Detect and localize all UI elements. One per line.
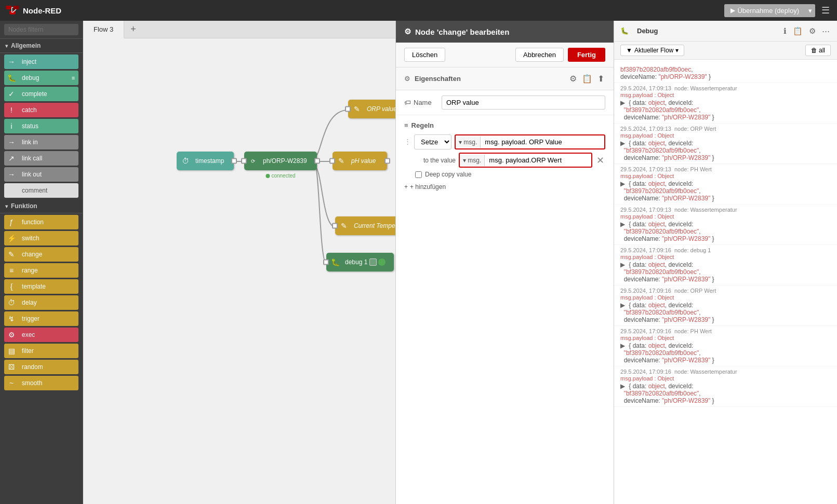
props-export-button[interactable]: ⬆: [596, 73, 605, 85]
sidebar-item-label: exec: [19, 331, 78, 338]
canvas-node-debug1[interactable]: 🐛 debug 1: [326, 253, 394, 271]
sidebar-section-funktion[interactable]: ▾ Funktion: [0, 199, 83, 213]
catch-icon: !: [4, 103, 19, 117]
canvas-node-timestamp[interactable]: ⏱ timestamp: [177, 152, 234, 170]
rule-field1-input[interactable]: [481, 135, 604, 148]
expand-icon[interactable]: ▶: [620, 383, 625, 390]
deploy-button[interactable]: ▶ Übernahme (deploy): [724, 4, 805, 17]
delete-button[interactable]: Löschen: [404, 48, 445, 62]
chevron-down-icon: ▾: [5, 203, 8, 209]
name-row: 🏷 Name: [396, 90, 614, 115]
deep-copy-checkbox[interactable]: [415, 171, 422, 178]
sidebar-item-catch[interactable]: ! catch: [4, 103, 78, 117]
canvas-node-orp-value[interactable]: ✎ ORP value: [348, 100, 395, 118]
debug-message-1[interactable]: 29.5.2024, 17:09:13 node: Wassertemperat…: [614, 83, 837, 124]
debug-info-button[interactable]: ℹ: [782, 25, 788, 37]
properties-section: ⚙ Eigenschaften ⚙ 📋 ⬆: [396, 67, 614, 90]
debug-msg-body: ▶ { data: object, deviceId: "bf3897b2082…: [620, 342, 831, 364]
props-settings-button[interactable]: ⚙: [568, 73, 578, 85]
sidebar-item-linkcall[interactable]: ↗ link call: [4, 151, 78, 166]
port-left: [241, 158, 247, 164]
canvas-node-ph-value[interactable]: ✎ pH value: [333, 152, 387, 170]
flow-tab-add-button[interactable]: +: [124, 21, 142, 38]
add-rule-button[interactable]: + + hinzufügen: [404, 183, 446, 190]
sidebar-item-trigger[interactable]: ↯ trigger: [4, 311, 78, 326]
name-input[interactable]: [442, 96, 605, 110]
template-icon: {: [4, 279, 19, 294]
sidebar-item-label: comment: [19, 187, 78, 194]
props-copy-button[interactable]: 📋: [581, 73, 593, 85]
expand-icon[interactable]: ▶: [620, 180, 625, 187]
expand-icon[interactable]: ▶: [620, 140, 625, 147]
port-left: [323, 260, 329, 265]
sidebar-item-delay[interactable]: ⏱ delay: [4, 295, 78, 310]
debug-message-2[interactable]: 29.5.2024, 17:09:13 node: ORP Wert msg.p…: [614, 124, 837, 164]
debug-message-6[interactable]: 29.5.2024, 17:09:16 node: ORP Wert msg.p…: [614, 285, 837, 326]
sidebar-item-smooth[interactable]: ~ smooth: [4, 376, 78, 390]
debug-msg-meta: 29.5.2024, 17:09:16 node: debug 1: [620, 247, 831, 253]
sidebar-item-status[interactable]: i status: [4, 119, 78, 133]
sidebar-item-range[interactable]: ≡ range: [4, 263, 78, 278]
sidebar-item-change[interactable]: ✎ change: [4, 247, 78, 262]
expand-icon[interactable]: ▶: [620, 221, 625, 228]
expand-icon[interactable]: ▶: [620, 261, 625, 268]
rule-set-select[interactable]: Setze: [414, 134, 451, 149]
sidebar-item-exec[interactable]: ⚙ exec: [4, 328, 78, 342]
deploy-dropdown-button[interactable]: ▾: [805, 4, 815, 17]
rules-title: ≡ Regeln: [404, 121, 605, 129]
rule-field2-input[interactable]: [485, 154, 591, 167]
field1-type-selector[interactable]: ▾ msg.: [456, 137, 481, 148]
expand-icon[interactable]: ▶: [620, 302, 625, 309]
sidebar-item-label: debug: [19, 74, 68, 81]
debug-tab-label[interactable]: Debug: [633, 25, 662, 37]
expand-icon[interactable]: ▶: [620, 99, 625, 106]
port-right: [384, 158, 390, 164]
rule-delete-button[interactable]: ✕: [595, 154, 605, 167]
debug-message-5[interactable]: 29.5.2024, 17:09:16 node: debug 1 msg.pa…: [614, 245, 837, 285]
debug-message-4[interactable]: 29.5.2024, 17:09:13 node: Wassertemperat…: [614, 205, 837, 245]
app-logo: Node-RED: [5, 5, 61, 16]
sidebar-item-inject[interactable]: → inject: [4, 55, 78, 69]
port-left: [345, 106, 351, 112]
sidebar-item-label: catch: [19, 106, 78, 114]
rule-line-1: Setze ▾ msg.: [414, 134, 605, 149]
nodes-filter-input[interactable]: [4, 24, 78, 35]
canvas[interactable]: ⏱ timestamp ⟳ ph/ORP-W2839 connected ✎: [83, 38, 395, 504]
debug-bookmark-button[interactable]: 📋: [792, 25, 804, 37]
sidebar-item-random[interactable]: ⚄ random: [4, 360, 78, 374]
canvas-area: Flow 3 + ⏱ timestamp: [83, 21, 395, 504]
function-icon: ƒ: [4, 215, 19, 229]
field2-type-selector[interactable]: ▾ msg.: [460, 155, 485, 166]
add-icon: +: [404, 183, 408, 190]
canvas-node-phorp[interactable]: ⟳ ph/ORP-W2839 connected: [244, 152, 317, 170]
debug-message-3[interactable]: 29.5.2024, 17:09:13 node: PH Wert msg.pa…: [614, 164, 837, 205]
sidebar-item-complete[interactable]: ✓ complete: [4, 87, 78, 101]
sidebar-item-template[interactable]: { template: [4, 279, 78, 294]
flow-tab-3[interactable]: Flow 3: [83, 21, 124, 38]
gear-icon: ⚙: [404, 27, 411, 36]
sidebar-item-comment[interactable]: comment: [4, 183, 78, 198]
sidebar-item-linkin[interactable]: → link in: [4, 135, 78, 149]
sidebar-item-linkout[interactable]: → link out: [4, 167, 78, 182]
debug-more-button[interactable]: ⋯: [821, 25, 831, 37]
expand-icon[interactable]: ▶: [620, 342, 625, 349]
sidebar-nodes-funktion: ƒ function ⚡ switch ✎ change ≡ range { t…: [0, 213, 83, 392]
sidebar-item-label: delay: [19, 299, 78, 306]
debug-clear-button[interactable]: 🗑 all: [805, 45, 831, 56]
sidebar-item-switch[interactable]: ⚡ switch: [4, 231, 78, 246]
drag-handle[interactable]: ⋮: [404, 134, 411, 145]
sidebar-section-allgemein[interactable]: ▾ Allgemein: [0, 39, 83, 53]
cancel-button[interactable]: Abbrechen: [515, 48, 564, 62]
debug-settings-button[interactable]: ⚙: [808, 25, 817, 37]
done-button[interactable]: Fertig: [568, 48, 605, 62]
debug-message-8[interactable]: 29.5.2024, 17:09:16 node: Wassertemperat…: [614, 366, 837, 407]
debug-message-7[interactable]: 29.5.2024, 17:09:16 node: PH Wert msg.pa…: [614, 326, 837, 366]
canvas-node-current-temp[interactable]: ✎ Current Temperature: [335, 216, 395, 235]
sidebar-item-filter[interactable]: ▤ filter: [4, 344, 78, 358]
topbar-menu-button[interactable]: ☰: [819, 3, 832, 18]
debug-filter-button[interactable]: ▼ Aktueller Flow ▾: [620, 45, 684, 56]
sidebar-item-label: status: [19, 122, 78, 130]
sidebar-item-debug[interactable]: 🐛 debug ≡: [4, 71, 78, 85]
node-label: timestamp: [195, 157, 224, 165]
sidebar-item-function[interactable]: ƒ function: [4, 215, 78, 229]
